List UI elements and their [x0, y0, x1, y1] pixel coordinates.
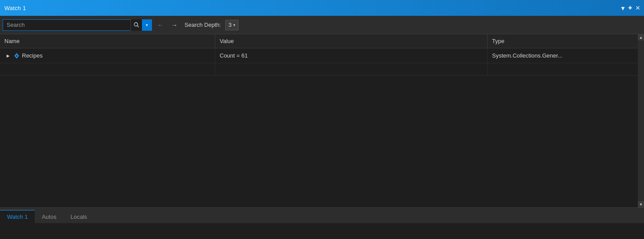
dropdown-icon[interactable]: ▾ [621, 4, 625, 12]
column-header-name: Name [0, 34, 215, 48]
toolbar: ▾ ← → Search Depth: 3 ▾ [0, 16, 644, 34]
search-input[interactable] [3, 22, 130, 28]
tab-watch1[interactable]: Watch 1 [0, 210, 35, 223]
empty-space [0, 76, 644, 207]
table-body: ▶ Recipes Count = 61 [0, 48, 644, 76]
search-depth-value: 3 [228, 22, 232, 28]
cell-value: Count = 61 [215, 48, 488, 63]
cell-type: System.Collections.Gener... [488, 48, 644, 63]
scrollbar-track: ▲ ▼ [638, 34, 644, 207]
variable-type: System.Collections.Gener... [492, 52, 562, 59]
search-icon-button[interactable] [130, 19, 142, 31]
empty-cell-type [488, 63, 644, 75]
watch-window: Watch 1 ▾ ⌖ ✕ ▾ ← → Search Dept [0, 0, 644, 223]
tab-locals[interactable]: Locals [63, 210, 94, 223]
search-depth-select[interactable]: 3 ▾ [225, 20, 239, 30]
content-area: Name Value Type ▶ [0, 34, 644, 207]
title-bar: Watch 1 ▾ ⌖ ✕ [0, 0, 644, 16]
nav-forward-icon: → [171, 22, 177, 29]
close-icon[interactable]: ✕ [635, 4, 640, 11]
empty-cell-name [0, 63, 215, 75]
column-header-type: Type [488, 34, 644, 48]
svg-line-1 [137, 26, 139, 28]
variable-icon [13, 52, 20, 59]
nav-forward-button[interactable]: → [169, 19, 180, 31]
scrollbar-down-button[interactable]: ▼ [638, 201, 644, 207]
expand-button[interactable]: ▶ [4, 52, 11, 59]
cell-name: ▶ Recipes [0, 48, 215, 63]
table-row[interactable]: ▶ Recipes Count = 61 [0, 48, 644, 63]
depth-dropdown-arrow: ▾ [233, 23, 235, 27]
nav-back-button[interactable]: ← [155, 19, 166, 31]
svg-point-0 [134, 23, 138, 26]
variable-value: Count = 61 [220, 52, 248, 59]
svg-rect-3 [16, 55, 18, 57]
nav-back-icon: ← [157, 22, 163, 29]
title-bar-actions: ▾ ⌖ ✕ [621, 4, 640, 12]
tab-bar: Watch 1 Autos Locals [0, 207, 644, 223]
empty-row[interactable] [0, 63, 644, 76]
tab-autos[interactable]: Autos [35, 210, 63, 223]
search-dropdown-button[interactable]: ▾ [142, 19, 152, 31]
search-icon [134, 22, 139, 28]
search-box: ▾ [3, 19, 152, 31]
variable-name: Recipes [22, 52, 43, 59]
scrollbar-up-button[interactable]: ▲ [638, 34, 644, 40]
pin-icon[interactable]: ⌖ [628, 4, 632, 12]
search-depth-label: Search Depth: [185, 22, 221, 28]
column-header-value: Value [215, 34, 488, 48]
empty-cell-value [215, 63, 488, 75]
search-dropdown-chevron: ▾ [146, 23, 148, 27]
table-header: Name Value Type [0, 34, 644, 48]
title-bar-title: Watch 1 [4, 5, 26, 11]
